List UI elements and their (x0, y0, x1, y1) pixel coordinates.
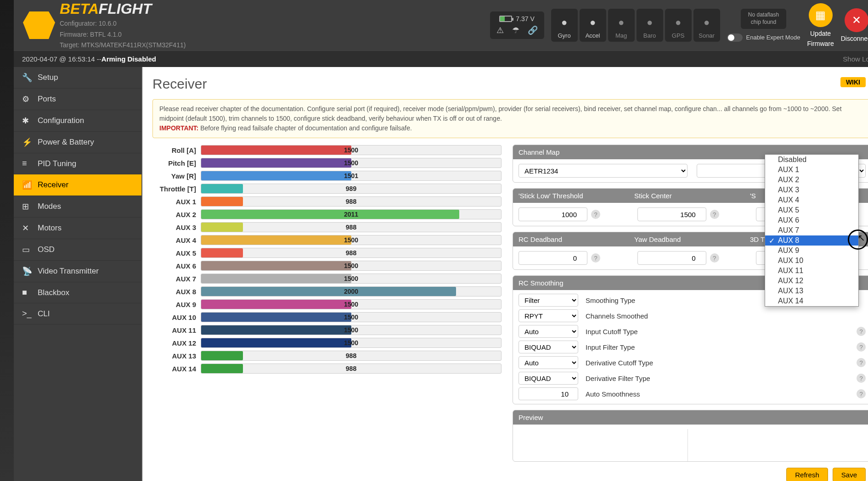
dropdown-item[interactable]: AUX 11 (765, 266, 858, 276)
channel-bar: 2011 (201, 209, 502, 219)
channel-bar: 1500 (201, 338, 502, 348)
info-box: Please read receiver chapter of the docu… (152, 99, 868, 138)
aux-dropdown[interactable]: DisabledAUX 1AUX 2AUX 3AUX 4AUX 5AUX 6AU… (765, 154, 859, 307)
channel-row: AUX 91500 (152, 299, 502, 310)
channel-row: AUX 41500 (152, 235, 502, 246)
save-button[interactable]: Save (833, 468, 866, 481)
channel-value: 1500 (344, 301, 358, 308)
smooth-label: Derivative Cutoff Type (586, 359, 849, 367)
auto-smoothness-input[interactable] (519, 387, 578, 400)
battery-voltage: 7.37 V (516, 15, 534, 22)
logo: BETAFLIGHT Configurator: 10.6.0 Firmware… (23, 0, 186, 50)
channel-value: 1501 (344, 172, 358, 179)
channel-row: AUX 111500 (152, 324, 502, 336)
rc-deadband-input[interactable] (519, 251, 587, 265)
help-icon[interactable]: ? (857, 374, 866, 383)
nav-ports[interactable]: ⚙Ports (14, 89, 141, 110)
dropdown-item[interactable]: AUX 1 (765, 165, 858, 175)
channel-label: AUX 8 (152, 288, 201, 296)
channel-value: 988 (346, 224, 356, 231)
help-icon[interactable]: ? (857, 389, 866, 398)
show-log-button[interactable]: Show Log (843, 55, 868, 63)
channel-label: AUX 4 (152, 236, 201, 244)
channel-bar: 1500 (201, 274, 502, 284)
channel-value: 2011 (344, 211, 358, 218)
help-icon[interactable]: ? (591, 253, 600, 263)
sensor-gyro: ●Gyro (551, 9, 578, 42)
smooth-select[interactable]: BIQUAD (519, 341, 578, 353)
nav-pid-tuning[interactable]: ≡PID Tuning (14, 153, 141, 174)
channel-value: 988 (346, 249, 356, 257)
wiki-button[interactable]: WIKI (840, 77, 866, 87)
nav-osd[interactable]: ▭OSD (14, 239, 141, 261)
dropdown-item[interactable]: AUX 14 (765, 296, 858, 306)
expert-mode-toggle[interactable]: Enable Expert Mode (727, 34, 800, 42)
help-icon[interactable]: ? (710, 253, 719, 263)
channel-label: Roll [A] (152, 146, 201, 154)
dropdown-item[interactable]: AUX 12 (765, 276, 858, 286)
help-icon[interactable]: ? (591, 210, 600, 219)
warning-icon[interactable]: ⚠ (496, 25, 504, 35)
refresh-button[interactable]: Refresh (786, 468, 828, 481)
nav-setup[interactable]: 🔧Setup (14, 67, 141, 89)
channel-row: AUX 3988 (152, 222, 502, 233)
channel-label: AUX 13 (152, 352, 201, 360)
smooth-label: Input Cutoff Type (586, 328, 849, 336)
dropdown-item[interactable]: AUX 5 (765, 205, 858, 215)
dropdown-item[interactable]: AUX 4 (765, 195, 858, 205)
channel-map-select[interactable]: AETR1234 (519, 164, 688, 178)
link-icon[interactable]: 🔗 (528, 25, 538, 35)
nav-cli[interactable]: >_CLI (14, 303, 141, 324)
nav-blackbox[interactable]: ■Blackbox (14, 282, 141, 303)
nav-power-battery[interactable]: ⚡Power & Battery (14, 132, 141, 153)
nav-icon: ✕ (22, 223, 31, 233)
nav-configuration[interactable]: ✱Configuration (14, 110, 141, 132)
top-bar: BETAFLIGHT Configurator: 10.6.0 Firmware… (14, 0, 868, 50)
dataflash-status: No dataflashchip found (741, 9, 786, 28)
nav-receiver[interactable]: 📶Receiver (14, 174, 141, 196)
channel-value: 1500 (344, 275, 358, 282)
dropdown-item[interactable]: AUX 7 (765, 225, 858, 235)
nav-video-transmitter[interactable]: 📡Video Transmitter (14, 261, 141, 282)
channel-value: 988 (346, 365, 356, 372)
status-bar: 2020-04-07 @ 16:53:14 -- Arming Disabled… (14, 50, 868, 67)
dropdown-item[interactable]: AUX 9 (765, 246, 858, 256)
nav-icon: ⚙ (22, 94, 31, 104)
usb-close-icon: ✕ (845, 8, 868, 32)
smooth-select[interactable]: Filter (519, 294, 578, 307)
channels-panel: Roll [A]1500Pitch [E]1500Yaw [R]1501Thro… (152, 145, 502, 462)
chip-icon: ▦ (809, 3, 833, 27)
toggle-icon[interactable] (727, 34, 743, 42)
dropdown-item[interactable]: AUX 2 (765, 175, 858, 185)
channel-label: Yaw [R] (152, 172, 201, 180)
smooth-select[interactable]: RPYT (519, 309, 578, 322)
disconnect-button[interactable]: ✕ Disconnect (841, 8, 868, 42)
configurator-version: Configurator: 10.6.0 (60, 19, 186, 28)
nav-motors[interactable]: ✕Motors (14, 218, 141, 239)
help-icon[interactable]: ? (710, 210, 719, 219)
help-icon[interactable]: ? (857, 342, 866, 352)
parachute-icon[interactable]: ☂ (512, 25, 519, 35)
smooth-select[interactable]: Auto (519, 325, 578, 338)
dropdown-item[interactable]: AUX 10 (765, 256, 858, 266)
update-firmware-button[interactable]: ▦ UpdateFirmware (807, 3, 834, 47)
smooth-select[interactable]: Auto (519, 356, 578, 369)
channel-value: 989 (346, 185, 356, 192)
help-icon[interactable]: ? (857, 327, 866, 336)
dropdown-item[interactable]: AUX 6 (765, 215, 858, 225)
dropdown-item[interactable]: Disabled (765, 155, 858, 165)
channel-label: AUX 5 (152, 249, 201, 257)
smooth-select[interactable]: BIQUAD (519, 372, 578, 385)
smooth-label: Derivative Filter Type (586, 375, 849, 382)
nav-modes[interactable]: ⊞Modes (14, 196, 141, 218)
stick-center-input[interactable] (637, 207, 706, 221)
channel-row: Yaw [R]1501 (152, 170, 502, 181)
channel-label: AUX 12 (152, 339, 201, 347)
smooth-label: Input Filter Type (586, 343, 849, 351)
dropdown-item[interactable]: AUX 13 (765, 286, 858, 296)
dropdown-item[interactable]: AUX 3 (765, 185, 858, 195)
dropdown-item[interactable]: AUX 8 (765, 235, 858, 246)
help-icon[interactable]: ? (857, 358, 866, 367)
stick-low-input[interactable] (519, 207, 587, 221)
yaw-deadband-input[interactable] (637, 251, 706, 265)
